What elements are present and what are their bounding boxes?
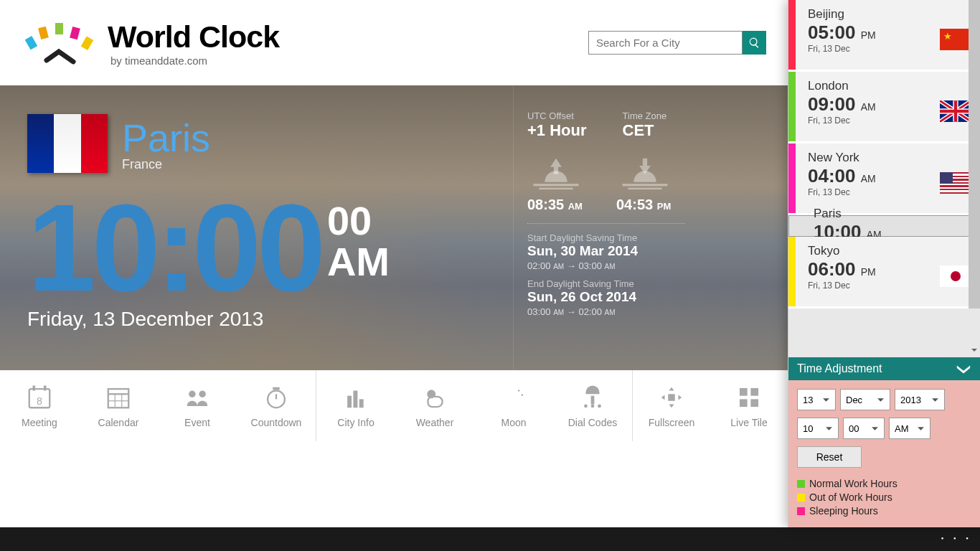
year-select[interactable]: 2013 bbox=[895, 389, 945, 410]
ampm-select[interactable]: AM bbox=[889, 418, 930, 439]
svg-point-31 bbox=[591, 404, 595, 408]
city-item-beijing[interactable]: Beijing05:00 PMFri, 13 Dec bbox=[788, 0, 980, 72]
dst-end-label: End Daylight Saving Time bbox=[527, 278, 759, 289]
timezone-label: Time Zone bbox=[623, 110, 667, 121]
time-adjustment-label: Time Adjustment bbox=[797, 362, 882, 375]
cityinfo-button[interactable]: City Info bbox=[316, 370, 395, 441]
city-item-london[interactable]: London09:00 AMFri, 13 Dec bbox=[788, 72, 980, 143]
search-input[interactable] bbox=[588, 31, 743, 55]
svg-rect-29 bbox=[591, 395, 595, 404]
svg-rect-6 bbox=[539, 188, 573, 189]
svg-rect-11 bbox=[44, 385, 47, 390]
svg-point-19 bbox=[199, 390, 206, 397]
main-clock: 10:00 00 AM bbox=[27, 191, 513, 304]
month-select[interactable]: Dec bbox=[840, 389, 890, 410]
city-item-flag bbox=[940, 265, 971, 287]
reset-button[interactable]: Reset bbox=[797, 446, 862, 468]
dialcodes-icon bbox=[579, 384, 606, 411]
svg-rect-2 bbox=[55, 23, 63, 34]
moon-label: Moon bbox=[501, 417, 526, 428]
svg-rect-23 bbox=[347, 395, 352, 408]
side-panel: Beijing05:00 PMFri, 13 DecLondon09:00 AM… bbox=[788, 0, 980, 527]
livetile-button[interactable]: Live Tile bbox=[710, 370, 788, 441]
moon-button[interactable]: Moon bbox=[474, 370, 553, 441]
city-item-paris[interactable]: Paris10:00 AMFri, 13 Dec bbox=[788, 215, 980, 237]
timezone-value: CET bbox=[623, 121, 667, 140]
hour-select[interactable]: 10 bbox=[797, 418, 839, 439]
dialcodes-label: Dial Codes bbox=[568, 417, 617, 428]
fullscreen-label: Fullscreen bbox=[649, 417, 695, 428]
search-button[interactable] bbox=[743, 31, 766, 55]
logo-icon bbox=[22, 16, 97, 70]
sunrise-block: 08:35 AM bbox=[527, 153, 585, 213]
dialcodes-button[interactable]: Dial Codes bbox=[553, 370, 632, 441]
time-adjustment-header[interactable]: Time Adjustment bbox=[788, 357, 980, 380]
status-stripe bbox=[788, 143, 796, 213]
dst-end-date: Sun, 26 Oct 2014 bbox=[527, 289, 759, 305]
dst-end-block: End Daylight Saving Time Sun, 26 Oct 201… bbox=[527, 278, 759, 317]
livetile-label: Live Tile bbox=[730, 417, 767, 428]
city-item-name: Beijing bbox=[808, 7, 980, 22]
meeting-button[interactable]: 8Meeting bbox=[0, 370, 79, 441]
svg-rect-33 bbox=[668, 394, 675, 401]
city-item-flag bbox=[940, 172, 971, 194]
svg-point-18 bbox=[189, 390, 196, 397]
city-item-name: Paris bbox=[814, 207, 974, 221]
time-adjustment-body: 13 Dec 2013 10 00 AM Reset Normal Work H… bbox=[788, 380, 980, 527]
utc-offset-block: UTC Offset +1 Hour bbox=[527, 110, 587, 140]
city-flag bbox=[27, 114, 108, 173]
city-item-flag bbox=[940, 100, 971, 122]
dst-start-date: Sun, 30 Mar 2014 bbox=[527, 243, 759, 259]
scroll-thumb[interactable] bbox=[969, 0, 980, 309]
city-item-tokyo[interactable]: Tokyo06:00 PMFri, 13 Dec bbox=[788, 237, 980, 309]
more-icon[interactable]: ● ● ● bbox=[941, 536, 973, 540]
event-button[interactable]: Event bbox=[158, 370, 237, 441]
status-stripe bbox=[788, 237, 796, 306]
weather-label: Weather bbox=[416, 417, 454, 428]
svg-rect-3 bbox=[70, 27, 80, 39]
fullscreen-icon bbox=[658, 384, 685, 411]
clock-ampm: AM bbox=[327, 241, 390, 283]
svg-rect-4 bbox=[81, 37, 94, 50]
hero-area: Paris France 10:00 00 AM Friday, 13 Dece… bbox=[0, 85, 788, 370]
timezone-block: Time Zone CET bbox=[623, 110, 667, 140]
day-select[interactable]: 13 bbox=[797, 389, 836, 410]
svg-rect-34 bbox=[740, 387, 748, 395]
event-icon bbox=[184, 384, 211, 411]
svg-point-30 bbox=[584, 404, 588, 408]
svg-rect-37 bbox=[750, 399, 758, 407]
svg-point-32 bbox=[598, 404, 601, 408]
cityinfo-icon bbox=[342, 384, 369, 411]
dst-start-block: Start Daylight Saving Time Sun, 30 Mar 2… bbox=[527, 232, 759, 271]
svg-text:8: 8 bbox=[37, 395, 42, 406]
moon-icon bbox=[500, 384, 527, 411]
legend-out: Out of Work Hours bbox=[797, 491, 971, 503]
svg-rect-13 bbox=[108, 389, 129, 408]
legend-normal: Normal Work Hours bbox=[797, 478, 971, 489]
app-header: World Clock by timeanddate.com bbox=[0, 0, 788, 85]
calendar-label: Calendar bbox=[98, 417, 139, 428]
weather-icon bbox=[421, 384, 448, 411]
event-label: Event bbox=[184, 417, 210, 428]
svg-rect-21 bbox=[273, 387, 280, 390]
fullscreen-button[interactable]: Fullscreen bbox=[633, 370, 710, 441]
minute-select[interactable]: 00 bbox=[843, 418, 885, 439]
app-title: World Clock bbox=[108, 19, 279, 55]
weather-button[interactable]: Weather bbox=[395, 370, 474, 441]
bottom-bar[interactable]: ● ● ● bbox=[0, 527, 980, 551]
legend-sleep: Sleeping Hours bbox=[797, 505, 971, 517]
legend: Normal Work Hours Out of Work Hours Slee… bbox=[797, 478, 971, 517]
sunset-block: 04:53 PM bbox=[616, 153, 674, 213]
utc-offset-value: +1 Hour bbox=[527, 121, 587, 140]
divider bbox=[527, 223, 685, 224]
livetile-icon bbox=[735, 384, 763, 411]
search-icon bbox=[748, 37, 760, 49]
meeting-label: Meeting bbox=[22, 417, 57, 428]
status-stripe bbox=[788, 0, 796, 70]
countdown-icon bbox=[263, 384, 290, 411]
scrollbar[interactable] bbox=[969, 0, 980, 357]
scroll-down-button[interactable] bbox=[969, 343, 980, 357]
calendar-button[interactable]: Calendar bbox=[79, 370, 158, 441]
countdown-button[interactable]: Countdown bbox=[237, 370, 316, 441]
logo-area: World Clock by timeanddate.com bbox=[22, 16, 279, 70]
